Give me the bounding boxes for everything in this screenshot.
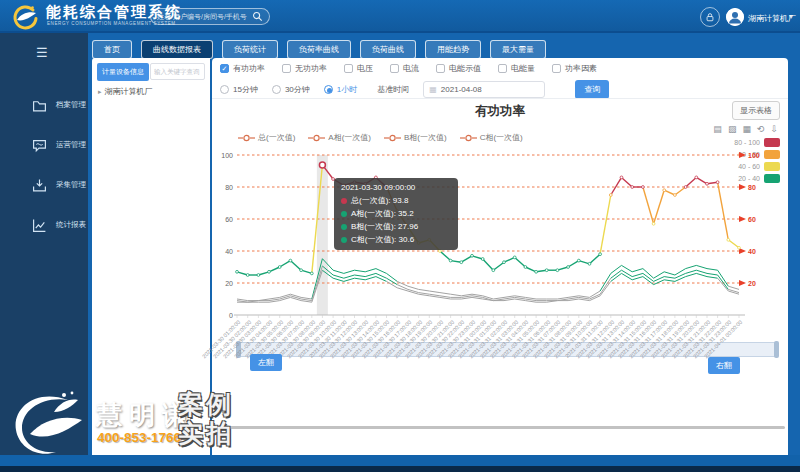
checkbox-label: 功率因素 [565, 63, 597, 74]
tooltip-row: C相(一次值): 30.6 [341, 234, 451, 245]
data-view-icon[interactable]: ▤ [713, 124, 722, 134]
horizontal-scrollbar[interactable] [214, 426, 785, 429]
visualmap-color-chip [764, 138, 780, 147]
radio-icon[interactable] [324, 85, 333, 94]
chevron-down-icon[interactable]: ▾ [789, 12, 793, 21]
tab-1[interactable]: 首页 [92, 40, 132, 59]
checkbox-icon[interactable] [390, 64, 399, 73]
checkbox-icon[interactable] [282, 64, 291, 73]
legend-marker-icon [384, 128, 401, 146]
legend-item-4[interactable]: C相(一次值) [460, 128, 523, 146]
line-chart-icon[interactable]: ▨ [728, 124, 737, 134]
device-search-input[interactable] [150, 63, 205, 80]
user-avatar[interactable] [726, 8, 744, 26]
report-icon [32, 218, 47, 233]
interval-radio-3[interactable]: 1小时 [324, 84, 357, 95]
interval-radios: 15分钟30分钟1小时 [220, 84, 357, 95]
radio-label: 1小时 [337, 84, 357, 95]
radio-icon[interactable] [272, 85, 281, 94]
metric-checkbox-2[interactable]: 无功功率 [282, 63, 327, 74]
interval-radio-1[interactable]: 15分钟 [220, 84, 258, 95]
metric-checkbox-1[interactable]: ✓有功功率 [220, 63, 265, 74]
tabs-row: 首页曲线数据报表负荷统计负荷率曲线负荷曲线用能趋势最大需量 [92, 40, 546, 59]
sidebar-item-3[interactable]: 采集管理 [0, 165, 88, 205]
tooltip-time: 2021-03-30 09:00:00 [341, 183, 451, 192]
query-button[interactable]: 查询 [575, 80, 609, 99]
tab-7[interactable]: 最大需量 [490, 40, 546, 59]
svg-text:80: 80 [748, 184, 756, 191]
datazoom-left-handle[interactable] [236, 341, 241, 358]
tab-6[interactable]: 用能趋势 [425, 40, 481, 59]
bar-chart-icon[interactable]: ▦ [742, 124, 751, 134]
save-image-icon[interactable]: ⇩ [770, 124, 778, 134]
search-icon[interactable] [252, 11, 263, 22]
visualmap-color-chip [764, 150, 780, 159]
checkbox-icon[interactable]: ✓ [220, 64, 229, 73]
device-panel: 计量设备信息 ▸湖南计算机厂 [92, 58, 210, 455]
base-time-date-input[interactable]: ▦ 2021-04-08 [423, 81, 545, 98]
tooltip-row: 总(一次值): 93.8 [341, 195, 451, 206]
message-icon [32, 138, 47, 153]
metric-checkbox-5[interactable]: 电能示值 [436, 63, 481, 74]
checkbox-icon[interactable] [552, 64, 561, 73]
page-left-button[interactable]: 左翻 [250, 354, 282, 371]
tab-2[interactable]: 曲线数据报表 [141, 40, 213, 59]
legend-item-2[interactable]: A相(一次值) [308, 128, 371, 146]
metric-checkbox-3[interactable]: 电压 [344, 63, 373, 74]
base-time-value: 2021-04-08 [441, 85, 482, 94]
checkbox-icon[interactable] [344, 64, 353, 73]
lock-button[interactable] [700, 7, 720, 27]
legend-label: A相(一次值) [328, 132, 371, 143]
datazoom-right-handle[interactable] [774, 341, 779, 358]
tooltip-series-dot [341, 211, 347, 217]
device-info-button[interactable]: 计量设备信息 [97, 63, 149, 81]
sidebar-item-4[interactable]: 统计报表 [0, 205, 88, 245]
svg-text:20: 20 [748, 280, 756, 287]
checkbox-label: 电压 [357, 63, 373, 74]
svg-text:0: 0 [229, 312, 233, 319]
svg-text:20: 20 [225, 280, 233, 287]
sidebar-item-1[interactable]: 档案管理 [0, 85, 88, 125]
menu-toggle-icon[interactable]: ☰ [36, 46, 48, 59]
tab-4[interactable]: 负荷率曲线 [287, 40, 351, 59]
legend-label: 总(一次值) [258, 132, 295, 143]
interval-radio-2[interactable]: 30分钟 [272, 84, 310, 95]
metric-checkbox-4[interactable]: 电流 [390, 63, 419, 74]
legend-marker-icon [460, 128, 477, 146]
tree-expand-icon[interactable]: ▸ [98, 88, 102, 95]
tooltip-series-dot [341, 224, 347, 230]
legend-label: B相(一次值) [404, 132, 447, 143]
legend-item-3[interactable]: B相(一次值) [384, 128, 447, 146]
visualmap-row-4[interactable]: 20 - 40 [738, 174, 780, 183]
restore-icon[interactable]: ⟲ [757, 124, 765, 134]
chart-legend: 总(一次值)A相(一次值)B相(一次值)C相(一次值) [238, 128, 523, 146]
chart-title: 有功功率 [212, 103, 788, 120]
checkbox-icon[interactable] [436, 64, 445, 73]
metric-checkbox-6[interactable]: 电能量 [498, 63, 535, 74]
tab-5[interactable]: 负荷曲线 [360, 40, 416, 59]
svg-text:60: 60 [748, 216, 756, 223]
tab-3[interactable]: 负荷统计 [222, 40, 278, 59]
visualmap-row-3[interactable]: 40 - 60 [738, 162, 780, 171]
visualmap-row-1[interactable]: 80 - 100 [734, 138, 780, 147]
checkbox-icon[interactable] [498, 64, 507, 73]
show-table-button[interactable]: 显示表格 [732, 101, 780, 120]
tooltip-series-value: 总(一次值): 93.8 [351, 195, 408, 206]
svg-text:60: 60 [225, 216, 233, 223]
datazoom-slider[interactable] [237, 342, 778, 357]
global-search[interactable] [150, 8, 270, 25]
page-right-button[interactable]: 右翻 [708, 357, 740, 374]
visualmap-color-chip [764, 162, 780, 171]
chart-toolbox: ▤▨▦⟲⇩ [713, 124, 778, 134]
radio-icon[interactable] [220, 85, 229, 94]
metric-checkbox-7[interactable]: 功率因素 [552, 63, 597, 74]
legend-marker-icon [308, 128, 325, 146]
checkbox-label: 无功功率 [295, 63, 327, 74]
visualmap-row-2[interactable]: 60 - 80 [738, 150, 780, 159]
sidebar-item-2[interactable]: 运营管理 [0, 125, 88, 165]
tree-item-factory[interactable]: ▸湖南计算机厂 [98, 86, 153, 97]
global-search-input[interactable] [157, 13, 252, 20]
legend-label: C相(一次值) [480, 132, 523, 143]
legend-item-1[interactable]: 总(一次值) [238, 128, 295, 146]
app-logo-icon [10, 3, 38, 31]
